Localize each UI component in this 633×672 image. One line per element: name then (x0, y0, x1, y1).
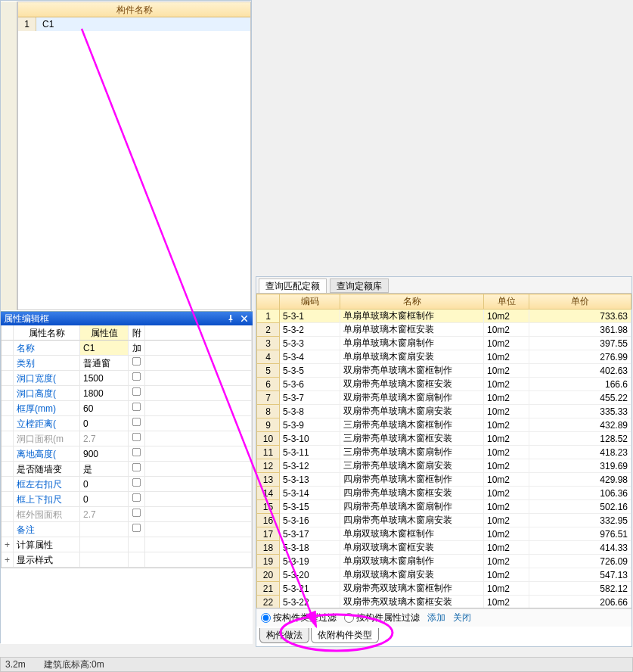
property-grid[interactable]: 属性名称 属性值 附加 名称C1类别普通窗洞口宽度(1500洞口高度(1800框… (1, 325, 253, 568)
row-number: 1 (18, 17, 36, 31)
row-number: 20 (257, 568, 280, 582)
quota-row[interactable]: 95-3-9三扇带亮单玻璃木窗框制作10m2432.89 (257, 418, 631, 432)
row-number: 13 (257, 473, 280, 487)
component-name-cell[interactable]: C1 (36, 17, 250, 31)
component-name-grid[interactable]: 构件名称 1C1 (17, 2, 251, 310)
quota-row[interactable]: 175-3-17单扇双玻璃木窗框制作10m2976.51 (257, 527, 631, 541)
add-link[interactable]: 添加 (427, 611, 445, 624)
quota-row[interactable]: 115-3-11三扇带亮单玻璃木窗扇制作10m2418.23 (257, 446, 631, 459)
tab-attached-component-type[interactable]: 依附构件类型 (311, 628, 379, 643)
prop-header-value: 属性值 (80, 325, 129, 341)
property-extra-checkbox[interactable] (129, 386, 145, 401)
quota-row[interactable]: 15-3-1单扇单玻璃木窗框制作10m2733.63 (257, 310, 631, 323)
property-label: 框上下扣尺 (14, 492, 80, 507)
cell-code: 5-3-22 (280, 596, 340, 609)
quota-row[interactable]: 195-3-19单扇双玻璃木窗扇制作10m2726.09 (257, 555, 631, 568)
row-number: 15 (257, 500, 280, 514)
cell-code: 5-3-21 (280, 582, 340, 596)
quota-row[interactable]: 125-3-12三扇带亮单玻璃木窗扇安装10m2319.69 (257, 459, 631, 473)
cell-price: 733.63 (529, 310, 631, 323)
property-value[interactable]: 0 (80, 492, 129, 507)
quota-row[interactable]: 215-3-21双扇带亮双玻璃木窗框制作10m2582.12 (257, 582, 631, 596)
property-extra-checkbox[interactable] (129, 477, 145, 492)
component-row[interactable]: 1C1 (18, 17, 250, 31)
pin-icon[interactable] (225, 313, 236, 324)
property-editor-title: 属性编辑框 (4, 313, 49, 325)
property-value[interactable]: 普通窗 (80, 356, 129, 371)
cell-name: 三扇带亮单玻璃木窗扇制作 (340, 446, 484, 459)
property-value[interactable]: 2.7 (80, 507, 129, 522)
filter-by-prop-radio[interactable] (344, 613, 354, 623)
property-value[interactable]: 2.7 (80, 431, 129, 446)
property-value[interactable]: 0 (80, 416, 129, 431)
property-extra-checkbox[interactable] (129, 446, 145, 462)
cell-code: 5-3-12 (280, 459, 340, 473)
quota-row[interactable]: 225-3-22双扇带亮双玻璃木窗框安装10m2206.66 (257, 596, 631, 609)
property-value[interactable]: 900 (80, 446, 129, 462)
filter-by-type[interactable]: 按构件类型过滤 (261, 611, 337, 624)
col-unit: 单位 (484, 294, 529, 310)
quota-row[interactable]: 165-3-16四扇带亮单玻璃木窗扇安装10m2332.95 (257, 514, 631, 527)
cell-name: 单扇双玻璃木窗扇制作 (340, 555, 484, 568)
property-extra-checkbox[interactable] (129, 356, 145, 371)
quota-row[interactable]: 185-3-18单扇双玻璃木窗框安装10m2414.33 (257, 541, 631, 555)
quota-row[interactable]: 45-3-4单扇单玻璃木窗扇安装10m2276.99 (257, 350, 631, 364)
quota-row[interactable]: 85-3-8双扇带亮单玻璃木窗扇安装10m2335.33 (257, 405, 631, 418)
cell-price: 128.52 (529, 432, 631, 446)
quota-row[interactable]: 35-3-3单扇单玻璃木窗扇制作10m2397.55 (257, 337, 631, 350)
property-value[interactable]: 1500 (80, 371, 129, 386)
cell-price: 432.89 (529, 418, 631, 432)
cell-name: 单扇双玻璃木窗框制作 (340, 527, 484, 541)
property-value[interactable]: 是 (80, 462, 129, 477)
quota-row[interactable]: 65-3-6双扇带亮单玻璃木窗框安装10m2166.6 (257, 378, 631, 391)
property-extra-checkbox[interactable] (129, 371, 145, 386)
property-extra-checkbox[interactable] (129, 462, 145, 477)
quota-row[interactable]: 105-3-10三扇带亮单玻璃木窗框安装10m2128.52 (257, 432, 631, 446)
quota-row[interactable]: 135-3-13四扇带亮单玻璃木窗框制作10m2429.98 (257, 473, 631, 487)
property-label: 是否随墙变 (14, 462, 80, 477)
quota-row[interactable]: 155-3-15四扇带亮单玻璃木窗扇制作10m2502.16 (257, 500, 631, 514)
tab-match-quota[interactable]: 查询匹配定额 (259, 278, 327, 293)
property-value[interactable] (80, 522, 129, 537)
expand-icon[interactable]: + (2, 552, 14, 568)
quota-row[interactable]: 55-3-5双扇带亮单玻璃木窗框制作10m2402.63 (257, 364, 631, 378)
cell-unit: 10m2 (484, 446, 529, 459)
row-number: 21 (257, 582, 280, 596)
quota-row[interactable]: 205-3-20单扇双玻璃木窗扇安装10m2547.13 (257, 568, 631, 582)
tab-component-method[interactable]: 构件做法 (259, 628, 309, 643)
property-value[interactable]: 60 (80, 401, 129, 416)
filter-by-prop[interactable]: 按构件属性过滤 (344, 611, 420, 624)
property-label: 立樘距离( (14, 416, 80, 431)
property-editor-titlebar[interactable]: 属性编辑框 (1, 312, 253, 325)
property-extra-checkbox[interactable] (129, 431, 145, 446)
property-extra-checkbox[interactable] (129, 522, 145, 537)
row-number: 16 (257, 514, 280, 527)
quota-row[interactable]: 25-3-2单扇单玻璃木窗框安装10m2361.98 (257, 323, 631, 337)
prop-header-extra: 附加 (129, 325, 145, 341)
rownum-header (257, 294, 280, 310)
property-value[interactable]: 0 (80, 477, 129, 492)
cell-name: 三扇带亮单玻璃木窗框制作 (340, 418, 484, 432)
cell-unit: 10m2 (484, 500, 529, 514)
cell-name: 三扇带亮单玻璃木窗扇安装 (340, 459, 484, 473)
quota-row[interactable]: 75-3-7双扇带亮单玻璃木窗扇制作10m2455.22 (257, 391, 631, 405)
property-extra-checkbox[interactable] (129, 492, 145, 507)
quota-row[interactable]: 145-3-14四扇带亮单玻璃木窗框安装10m2106.36 (257, 487, 631, 500)
close-icon[interactable] (239, 313, 250, 324)
property-value[interactable]: C1 (80, 341, 129, 356)
property-extra-checkbox[interactable] (129, 507, 145, 522)
property-extra-checkbox[interactable] (129, 416, 145, 431)
left-pane: 构件名称 1C1 属性编辑框 属性名称 属性值 附加 名称C1类别普通窗洞口宽度… (0, 0, 252, 643)
cell-code: 5-3-13 (280, 473, 340, 487)
property-extra-checkbox[interactable] (129, 401, 145, 416)
property-label: 离地高度( (14, 446, 80, 462)
quota-grid[interactable]: 编码 名称 单位 单价 15-3-1单扇单玻璃木窗框制作10m2733.6325… (256, 294, 631, 608)
close-link[interactable]: 关闭 (453, 611, 471, 624)
col-price: 单价 (529, 294, 631, 310)
cell-name: 单扇双玻璃木窗扇安装 (340, 568, 484, 582)
property-value[interactable]: 1800 (80, 386, 129, 401)
cell-code: 5-3-11 (280, 446, 340, 459)
expand-icon[interactable]: + (2, 537, 14, 552)
tab-quota-library[interactable]: 查询定额库 (330, 278, 389, 293)
filter-by-type-radio[interactable] (261, 613, 271, 623)
